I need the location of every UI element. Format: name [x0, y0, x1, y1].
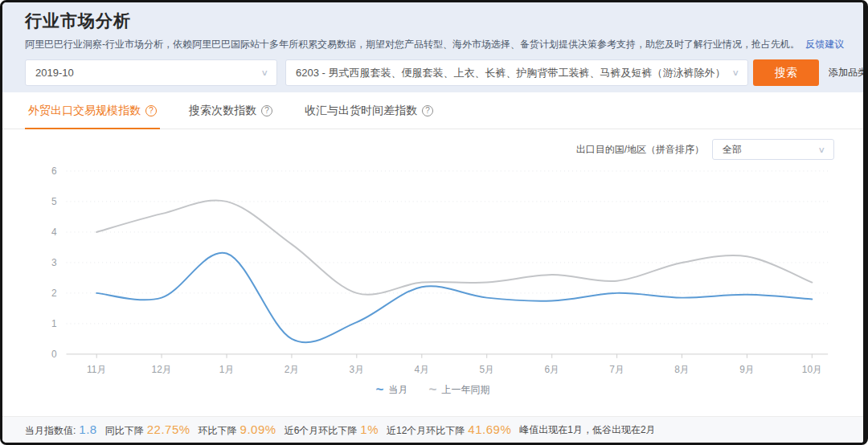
help-icon[interactable]: ? [261, 105, 272, 116]
legend-label: 当月 [389, 383, 408, 397]
chart-panel: 出口目的国/地区（拼音排序） 全部 ∨ 012345611月12月1月2月3月4… [2, 129, 863, 416]
region-select[interactable]: 全部 ∨ [712, 139, 834, 160]
svg-text:1月: 1月 [219, 364, 234, 375]
tab-bar: 外贸出口交易规模指数 ? 搜索次数指数 ? 收汇与出货时间差指数 ? [2, 92, 863, 129]
legend-item-last-year[interactable]: ~ 上一年同期 [429, 383, 490, 397]
status-label: 近12个月环比下降 [387, 424, 465, 438]
status-label: 环比下降 [199, 424, 237, 438]
header-banner: 行业市场分析 阿里巴巴行业洞察-行业市场分析，依赖阿里巴巴国际站十多年所积累交易… [2, 2, 863, 92]
status-current-index: 当月指数值: 1.8 [25, 423, 97, 438]
help-icon[interactable]: ? [145, 105, 157, 116]
svg-text:3: 3 [51, 257, 57, 268]
svg-text:7月: 7月 [609, 364, 624, 375]
svg-text:10月: 10月 [802, 364, 822, 375]
main-content: 外贸出口交易规模指数 ? 搜索次数指数 ? 收汇与出货时间差指数 ? 出口目的国… [2, 92, 863, 443]
page-title: 行业市场分析 [25, 10, 845, 32]
feedback-link[interactable]: 反馈建议 [805, 39, 844, 50]
svg-text:4月: 4月 [415, 364, 429, 375]
tab-label: 外贸出口交易规模指数 [28, 104, 141, 118]
trend-line-chart: 012345611月12月1月2月3月4月5月6月7月8月9月10月 [22, 163, 844, 378]
svg-text:1: 1 [51, 318, 57, 329]
summary-status-bar: 当月指数值: 1.8 同比下降 22.75% 环比下降 9.09% 近6个月环比… [2, 416, 863, 443]
page-description-row: 阿里巴巴行业洞察-行业市场分析，依赖阿里巴巴国际站十多年所积累交易数据，期望对您… [25, 38, 845, 51]
chart-legend: ~ 当月 ~ 上一年同期 [22, 383, 844, 397]
chart-toolbar: 出口目的国/地区（拼音排序） 全部 ∨ [22, 139, 834, 160]
tab-export-trade-index[interactable]: 外贸出口交易规模指数 ? [25, 104, 160, 129]
region-filter-label: 出口目的国/地区（拼音排序） [576, 143, 704, 157]
category-select[interactable]: 6203 - 男式西服套装、便服套装、上衣、长裤、护胸背带工装裤、马裤及短裤（游… [285, 59, 748, 86]
svg-text:6: 6 [51, 165, 57, 177]
svg-text:11月: 11月 [87, 364, 106, 375]
status-6month-decline: 近6个月环比下降 1% [285, 423, 379, 438]
status-label: 峰值出现在1月，低谷出现在2月 [519, 423, 655, 437]
svg-text:5: 5 [51, 196, 57, 207]
chevron-down-icon: ∨ [817, 145, 825, 154]
category-select-value: 6203 - 男式西服套装、便服套装、上衣、长裤、护胸背带工装裤、马裤及短裤（游… [296, 66, 725, 80]
region-select-value: 全部 [723, 143, 811, 157]
svg-text:2: 2 [51, 288, 57, 299]
page-description: 阿里巴巴行业洞察-行业市场分析，依赖阿里巴巴国际站十多年所积累交易数据，期望对您… [25, 39, 800, 50]
status-label: 当月指数值: [25, 424, 76, 438]
svg-text:0: 0 [51, 349, 57, 360]
svg-text:4: 4 [51, 227, 57, 238]
status-value: 9.09% [240, 423, 276, 436]
search-button[interactable]: 搜索 [753, 59, 819, 86]
tab-label: 收汇与出货时间差指数 [305, 104, 417, 118]
tab-label: 搜索次数指数 [189, 104, 256, 118]
svg-text:2月: 2月 [285, 364, 299, 375]
status-value: 1.8 [79, 423, 96, 436]
date-select-value: 2019-10 [35, 67, 254, 79]
status-value: 1% [360, 423, 379, 436]
status-label: 近6个月环比下降 [285, 424, 358, 438]
svg-text:5月: 5月 [479, 364, 493, 375]
wave-line-icon: ~ [429, 386, 437, 394]
wave-line-icon: ~ [376, 386, 384, 394]
search-controls: 2019-10 ∨ 6203 - 男式西服套装、便服套装、上衣、长裤、护胸背带工… [25, 59, 845, 86]
status-peak-trough: 峰值出现在1月，低谷出现在2月 [519, 423, 655, 437]
svg-text:12月: 12月 [152, 364, 172, 375]
status-label: 同比下降 [105, 424, 144, 438]
tab-payment-shipping-gap-index[interactable]: 收汇与出货时间差指数 ? [301, 104, 436, 129]
svg-text:3月: 3月 [350, 364, 364, 375]
tab-search-count-index[interactable]: 搜索次数指数 ? [186, 104, 276, 129]
help-icon[interactable]: ? [422, 105, 433, 116]
svg-text:8月: 8月 [674, 364, 689, 375]
chevron-down-icon: ∨ [731, 68, 739, 78]
status-value: 41.69% [468, 423, 511, 436]
chevron-down-icon: ∨ [260, 68, 268, 78]
svg-text:9月: 9月 [739, 364, 754, 375]
status-mom-decline: 环比下降 9.09% [199, 423, 276, 438]
legend-item-current-month[interactable]: ~ 当月 [376, 383, 408, 397]
legend-label: 上一年同期 [441, 383, 489, 397]
status-value: 22.75% [147, 423, 190, 436]
app-window: 行业市场分析 阿里巴巴行业洞察-行业市场分析，依赖阿里巴巴国际站十多年所积累交易… [0, 0, 868, 445]
add-category-link[interactable]: 添加品类 [829, 66, 867, 80]
status-12month-decline: 近12个月环比下降 41.69% [387, 423, 511, 438]
date-select[interactable]: 2019-10 ∨ [25, 59, 277, 86]
status-yoy-decline: 同比下降 22.75% [105, 423, 190, 438]
svg-text:6月: 6月 [544, 364, 559, 375]
